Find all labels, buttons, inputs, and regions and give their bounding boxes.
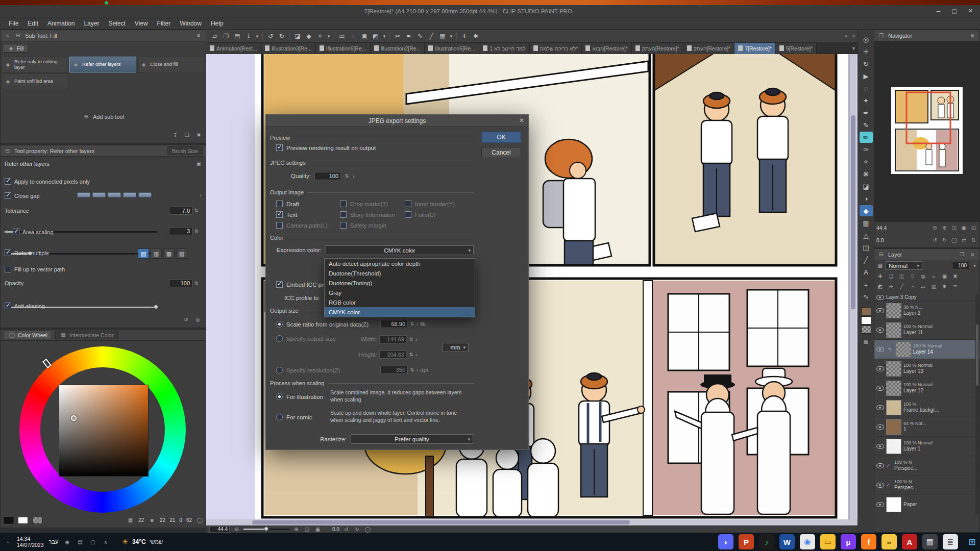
layer-thumbnail[interactable] bbox=[886, 303, 901, 318]
clip-at-layer-icon[interactable]: ◒ bbox=[930, 272, 938, 280]
menu-filter[interactable]: Filter bbox=[153, 20, 176, 27]
layer-visibility-icon[interactable] bbox=[876, 328, 884, 333]
for-illustration-radio[interactable] bbox=[276, 393, 283, 400]
property-apply-connected[interactable]: Apply to connected pixels only bbox=[5, 178, 90, 185]
auto-select-tool[interactable]: ✦ bbox=[860, 95, 873, 106]
new-subtool-icon[interactable]: ❏ bbox=[183, 131, 191, 139]
add-subtool-button[interactable]: ⊕ Add sub tool bbox=[1, 113, 206, 120]
color-set-icon[interactable]: ▦ bbox=[862, 338, 870, 345]
panel-menu-icon[interactable]: ≡ bbox=[195, 32, 203, 39]
refer-multiple-checkbox[interactable] bbox=[5, 249, 11, 256]
pencil-tool[interactable]: ✏ bbox=[860, 132, 873, 143]
menu-file[interactable]: File bbox=[4, 20, 23, 27]
enable-mask-icon[interactable]: ✛ bbox=[887, 283, 895, 290]
stepper-icon[interactable]: ⇅ bbox=[409, 337, 413, 342]
vector-path-checkbox[interactable] bbox=[5, 266, 11, 272]
airbrush-tool[interactable]: ✧ bbox=[860, 156, 873, 167]
panel-minimize-icon[interactable]: ⊟ bbox=[4, 147, 11, 155]
unit-select[interactable]: mm ▾ bbox=[442, 343, 469, 352]
layer-row[interactable]: ✓ 100 % NPerspec... bbox=[874, 475, 979, 495]
layer-row[interactable]: ✓ 100 % NPerspec... bbox=[874, 456, 979, 475]
camera-path-checkbox[interactable] bbox=[276, 222, 283, 229]
select-more-icon[interactable]: ▾ bbox=[381, 31, 387, 41]
duplicate-layer-icon[interactable]: ◫ bbox=[898, 272, 905, 280]
view-more-icon[interactable]: ▾ bbox=[448, 31, 454, 41]
actual-size-icon[interactable]: ▣ bbox=[960, 224, 968, 232]
expander-icon[interactable]: › bbox=[416, 367, 418, 373]
folio-checkbox[interactable] bbox=[405, 211, 411, 218]
layer-row[interactable]: 100 %Frame backgr... bbox=[874, 398, 979, 417]
subtool-paint-unfilled-area[interactable]: ◈ Paint unfilled area bbox=[2, 73, 68, 89]
layer-scrollbar[interactable] bbox=[975, 294, 979, 514]
save-icon[interactable]: ▤ bbox=[232, 31, 243, 41]
layer-thumbnail[interactable] bbox=[896, 342, 911, 357]
specify-resolution-radio[interactable] bbox=[276, 367, 283, 373]
document-tab[interactable]: לא כריכה שלמה* bbox=[530, 43, 582, 54]
blend-mode-select[interactable]: Normal ▾ bbox=[886, 261, 922, 270]
transparent-color-swatch[interactable] bbox=[32, 517, 42, 524]
menu-select[interactable]: Select bbox=[104, 20, 130, 27]
balloon-tool[interactable]: ◒ bbox=[860, 279, 873, 290]
subtool-close-and-fill[interactable]: ◈ Close and fill bbox=[137, 57, 204, 72]
layer-row[interactable]: 100 % NormalLayer 1 bbox=[874, 437, 979, 456]
gap-segment[interactable] bbox=[138, 192, 152, 197]
dropdown-option-duotone-toning[interactable]: Duotone(Toning) bbox=[325, 278, 475, 288]
eyedropper-tool[interactable]: ✒ bbox=[860, 107, 873, 118]
crop-marks-checkbox[interactable] bbox=[340, 201, 347, 207]
stepper-icon[interactable]: ⇅ bbox=[410, 321, 414, 327]
rotate-ccw-icon[interactable]: ↺ bbox=[931, 236, 939, 244]
reset-rotation-icon[interactable]: ◯ bbox=[364, 525, 372, 533]
slider-knob[interactable] bbox=[264, 527, 268, 531]
property-vector-path[interactable]: Fill up to vector path bbox=[5, 266, 65, 272]
embed-icc-checkbox[interactable] bbox=[276, 281, 283, 288]
tab-list-icon[interactable]: ▾ bbox=[850, 44, 857, 52]
import-subtool-icon[interactable]: ↧ bbox=[172, 131, 179, 139]
ruler-tool[interactable]: ╱ bbox=[860, 254, 873, 265]
subtool-group-tab[interactable]: ◈ Fill bbox=[3, 44, 28, 53]
expression-color-select[interactable]: CMYK color ▾ bbox=[326, 245, 474, 255]
dropdown-option-auto-detect[interactable]: Auto detect appropriate color depth bbox=[325, 259, 475, 268]
gap-segment[interactable] bbox=[77, 192, 90, 197]
quality-expander-icon[interactable]: › bbox=[353, 173, 354, 179]
document-tab[interactable]: למד הייטב לא 1 bbox=[479, 43, 529, 54]
file-more-icon[interactable]: ▾ bbox=[254, 31, 260, 41]
layer-row[interactable]: ✎ 100 % NormalLayer 14 bbox=[874, 340, 979, 359]
flip-vertical-icon[interactable]: ⇅ bbox=[970, 236, 977, 244]
width-input[interactable]: 144.69 bbox=[379, 335, 407, 343]
onion-skin-icon[interactable]: ◔ bbox=[909, 283, 916, 290]
stepper-icon[interactable]: ⇅ bbox=[410, 367, 414, 372]
frame-icon[interactable]: ▭ bbox=[919, 283, 927, 290]
select-lasso-icon[interactable]: ◌ bbox=[348, 31, 359, 41]
rotate-ccw-icon[interactable]: ↺ bbox=[342, 525, 350, 533]
refer-mode-all-layers[interactable]: ▤ bbox=[138, 248, 149, 259]
layer-thumbnail[interactable] bbox=[886, 322, 901, 338]
tolerance-value[interactable]: 7.0 bbox=[169, 207, 192, 215]
text-tool[interactable]: A bbox=[860, 266, 873, 278]
tray-chevron-icon[interactable]: ∧ bbox=[102, 538, 109, 546]
layer-opacity-value[interactable]: 100 bbox=[952, 262, 969, 269]
crop-marks-option[interactable]: Crop marks(T) bbox=[340, 201, 388, 207]
specify-size-radio[interactable] bbox=[276, 335, 283, 342]
redo-icon[interactable]: ↻ bbox=[276, 31, 287, 41]
foreground-color-swatch[interactable] bbox=[861, 307, 871, 315]
language-indicator[interactable]: עבר bbox=[49, 539, 59, 545]
slider-knob[interactable] bbox=[154, 305, 158, 309]
property-area-scaling[interactable]: ✚ Area scaling bbox=[5, 228, 54, 236]
menu-window[interactable]: Window bbox=[175, 20, 206, 27]
document-tab[interactable]: העתק[Restore]* bbox=[632, 43, 683, 54]
delete-layer-icon[interactable]: ✖ bbox=[951, 272, 959, 280]
draw-more-icon[interactable]: ▾ bbox=[326, 31, 332, 41]
airbrush-icon[interactable]: ✧ bbox=[314, 31, 326, 41]
scrollbar-thumb[interactable] bbox=[252, 520, 630, 524]
operation-tool[interactable]: ▶ bbox=[860, 70, 873, 82]
layer-row[interactable]: 100 % NormalLayer 12 bbox=[874, 379, 979, 398]
quality-input[interactable]: 100 bbox=[314, 172, 341, 180]
layer-row[interactable]: Paper bbox=[874, 495, 979, 514]
scale-ratio-radio[interactable] bbox=[276, 321, 283, 328]
rotate-canvas-tool[interactable]: ↻ bbox=[860, 58, 873, 69]
background-color-swatch[interactable] bbox=[861, 316, 871, 324]
new-window-icon[interactable]: ◱ bbox=[970, 224, 977, 232]
zoom-slider[interactable] bbox=[243, 529, 289, 530]
scrollbar-thumb[interactable] bbox=[976, 324, 978, 386]
stepper-icon[interactable]: ⇅ bbox=[194, 281, 199, 286]
